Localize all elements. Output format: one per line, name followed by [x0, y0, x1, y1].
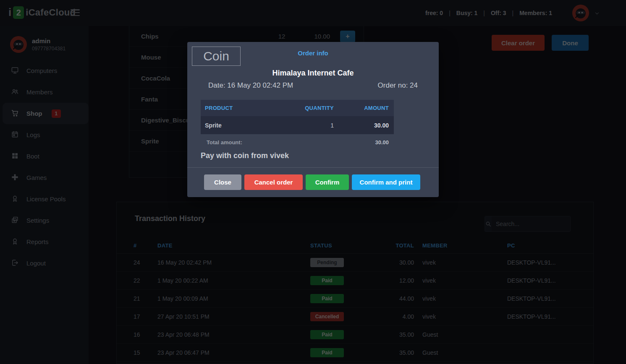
cafe-name: Himalaya Internet Cafe	[187, 69, 439, 78]
order-info-modal: Coin Order info Himalaya Internet Cafe D…	[187, 42, 439, 197]
modal-divider	[187, 167, 439, 168]
confirm-button[interactable]: Confirm	[306, 174, 349, 190]
order-items-table: PRODUCT QUANTITY AMOUNT Sprite 1 30.00	[201, 100, 394, 134]
close-button[interactable]: Close	[204, 174, 241, 190]
modal-footer: Close Cancel order Confirm Confirm and p…	[204, 174, 420, 190]
order-number: Order no: 24	[378, 81, 418, 90]
total-amount-value: 30.00	[201, 139, 389, 146]
order-meta: Date: 16 May 20 02:42 PM Order no: 24	[208, 81, 418, 90]
confirm-and-print-button[interactable]: Confirm and print	[352, 174, 420, 190]
order-date: Date: 16 May 20 02:42 PM	[208, 81, 293, 90]
payment-note: Pay with coin from vivek	[201, 151, 289, 160]
order-item-row: Sprite 1 30.00	[201, 116, 394, 134]
order-table-header: PRODUCT QUANTITY AMOUNT	[201, 100, 394, 116]
modal-title: Order info	[187, 49, 439, 57]
cancel-order-button[interactable]: Cancel order	[244, 174, 303, 190]
app-screen: i 2 iCafeCloud free: 0 | Busy: 1 | Off: …	[0, 0, 626, 364]
